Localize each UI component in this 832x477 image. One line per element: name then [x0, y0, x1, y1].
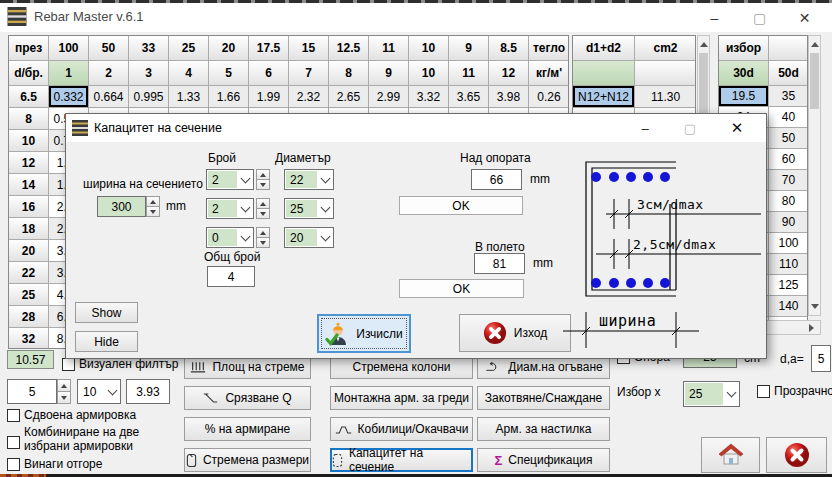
above-support-label: Над опората: [460, 151, 531, 165]
paired-reinforcement-checkbox[interactable]: [7, 409, 20, 422]
scrollbar-thumb[interactable]: [699, 53, 708, 117]
calculate-button[interactable]: Изчисли: [317, 314, 411, 353]
bar-count-select-3[interactable]: 0: [206, 227, 254, 248]
slab-reinforcement-button[interactable]: Арм. за настилка: [477, 417, 610, 441]
hangers-button[interactable]: Кобилици/Окачвачи: [330, 417, 473, 441]
transparency-checkbox[interactable]: [757, 385, 770, 398]
col-header: тегло: [529, 36, 569, 61]
col-header: 25: [169, 36, 209, 61]
choice-50d-cell[interactable]: 70: [769, 170, 808, 191]
visual-filter-label: Визуален филтър: [79, 357, 179, 371]
specification-button[interactable]: Σ Спецификация: [477, 448, 610, 472]
show-button[interactable]: Show: [75, 302, 138, 323]
count-stepper[interactable]: [57, 379, 71, 404]
area-cell[interactable]: 2.65: [329, 86, 369, 108]
choice-50d-cell[interactable]: 90: [769, 212, 808, 233]
choice-50d-cell[interactable]: 100: [769, 233, 808, 254]
dialog-close-button[interactable]: ✕: [716, 114, 758, 142]
area-cell[interactable]: 1.99: [249, 86, 289, 108]
choice-50d-cell[interactable]: 80: [769, 191, 808, 212]
col-header: избор: [719, 36, 769, 61]
col-header: 7: [289, 61, 329, 86]
col-header: 8.5: [489, 36, 529, 61]
beam-mounting-rebar-button[interactable]: Монтажна арм. за греди: [330, 386, 473, 410]
col-header: 17.5: [249, 36, 289, 61]
scroll-right-icon[interactable]: [804, 321, 819, 334]
bar-diameter-select-3[interactable]: 20: [284, 227, 334, 248]
chevron-down-icon: [238, 228, 253, 247]
scroll-up-icon[interactable]: [698, 37, 709, 52]
pair-area-cell[interactable]: 11.30: [635, 86, 696, 108]
bar-count-stepper-1[interactable]: [256, 169, 270, 190]
always-on-top-checkbox[interactable]: [7, 458, 20, 471]
bar-diameter-select-1[interactable]: 22: [284, 169, 334, 190]
choice-table-scrollbar[interactable]: [808, 35, 821, 316]
row-header: 22: [9, 262, 49, 284]
choice-50d-cell[interactable]: 140: [769, 296, 808, 317]
shear-q-button[interactable]: Срязване Q: [184, 386, 311, 410]
section-width-stepper[interactable]: [146, 196, 160, 217]
area-cell[interactable]: 0.664: [89, 86, 129, 108]
choice-50d-cell[interactable]: 125: [769, 275, 808, 296]
col-header: [769, 36, 808, 61]
bar-count-stepper-2[interactable]: [256, 198, 270, 219]
selected-cell[interactable]: 19.5: [719, 86, 769, 107]
bar-diameter-select-2[interactable]: 25: [284, 198, 334, 219]
scroll-up-icon[interactable]: [809, 37, 820, 52]
diameter-column-label: Диаметър: [275, 151, 331, 165]
house-icon: [718, 443, 744, 467]
choice-50d-cell[interactable]: 60: [769, 149, 808, 170]
maximize-button[interactable]: ▢: [737, 3, 782, 32]
ok-above-button[interactable]: OK: [399, 196, 523, 215]
choice-50d-cell[interactable]: 110: [769, 254, 808, 275]
bar-count-select-1[interactable]: 2: [206, 169, 254, 190]
col-header: 5: [209, 61, 249, 86]
area-cell[interactable]: 1.66: [209, 86, 249, 108]
home-button[interactable]: [701, 437, 760, 473]
rebar-app-icon: [7, 7, 27, 26]
area-cell[interactable]: 2.99: [369, 86, 409, 108]
section-capacity-button[interactable]: Капацитет на сечение: [330, 448, 473, 472]
choice-x-select[interactable]: 25: [683, 381, 740, 407]
weight-cell[interactable]: 0.26: [529, 86, 569, 108]
dim-top-label: 3см/dmax: [637, 197, 704, 212]
row-header: 25: [9, 284, 49, 306]
anchoring-splicing-button[interactable]: Закотвяне/Снаждане: [477, 386, 610, 410]
choice-50d-cell[interactable]: 35: [769, 86, 808, 107]
exit-dialog-button[interactable]: Изход: [459, 314, 571, 352]
exit-app-button[interactable]: [766, 437, 827, 473]
area-cell[interactable]: 3.32: [409, 86, 449, 108]
reinforcement-percent-button[interactable]: % на армиране: [184, 417, 311, 441]
hide-button[interactable]: Hide: [75, 331, 138, 352]
col-header: 100: [49, 36, 89, 61]
diameter-select[interactable]: 10: [77, 379, 121, 404]
choice-50d-cell[interactable]: 40: [769, 107, 808, 128]
stirrup-sizes-button[interactable]: Стремена размери: [184, 448, 311, 472]
selected-cell[interactable]: N12+N12: [573, 86, 635, 108]
above-support-input[interactable]: 66: [471, 169, 522, 190]
choice-50d-cell[interactable]: 50: [769, 128, 808, 149]
scrollbar-thumb[interactable]: [810, 53, 819, 109]
da-input[interactable]: 5: [811, 345, 831, 372]
bar-count-stepper-3[interactable]: [256, 227, 270, 248]
visual-filter-checkbox[interactable]: [62, 358, 75, 371]
area-cell[interactable]: 1.33: [169, 86, 209, 108]
bar-count-select-2[interactable]: 2: [206, 198, 254, 219]
dialog-minimize-button[interactable]: –: [624, 114, 666, 142]
area-display: 3.93: [126, 379, 170, 404]
area-cell[interactable]: 2.32: [289, 86, 329, 108]
section-width-input[interactable]: 300: [97, 196, 146, 217]
scroll-down-icon[interactable]: [809, 299, 820, 314]
in-field-input[interactable]: 81: [474, 253, 525, 274]
ok-field-button[interactable]: OK: [399, 279, 524, 298]
area-cell[interactable]: 3.65: [449, 86, 489, 108]
selected-cell[interactable]: 0.332: [49, 86, 89, 108]
combine-two-checkbox[interactable]: [7, 436, 20, 449]
dialog-title: Капацитет на сечение: [94, 121, 222, 135]
close-button[interactable]: ✕: [782, 3, 827, 32]
area-cell[interactable]: 0.995: [129, 86, 169, 108]
dialog-maximize-button[interactable]: ▢: [669, 114, 711, 142]
count-input[interactable]: 5: [7, 379, 57, 404]
area-cell[interactable]: 3.98: [489, 86, 529, 108]
minimize-button[interactable]: –: [692, 3, 737, 32]
